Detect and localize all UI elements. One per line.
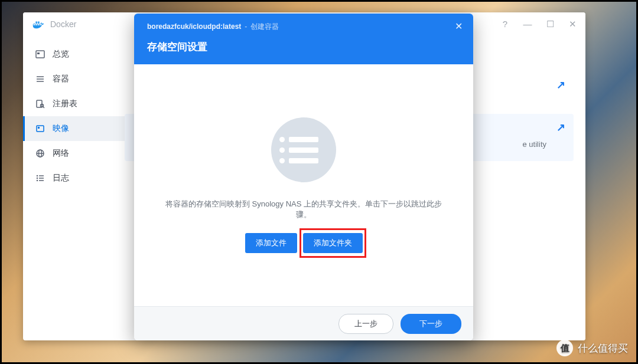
crumb-sep: - xyxy=(245,22,247,31)
modal-header: boredazfcuk/icloudpd:latest - 创建容器 存储空间设… xyxy=(134,14,473,64)
crumb-action: 创建容器 xyxy=(250,22,279,32)
modal-footer: 上一步 下一步 xyxy=(134,306,473,340)
watermark-text: 什么值得买 xyxy=(578,342,628,355)
create-container-modal: boredazfcuk/icloudpd:latest - 创建容器 存储空间设… xyxy=(134,14,473,340)
next-step-button[interactable]: 下一步 xyxy=(401,314,461,334)
smzdm-watermark: 值 什么值得买 xyxy=(556,340,628,356)
modal-close-button[interactable]: ✕ xyxy=(455,21,463,32)
empty-list-icon xyxy=(271,117,336,182)
prev-step-button[interactable]: 上一步 xyxy=(338,314,393,334)
desktop-background: Docker ? — ☐ ✕ 总览 容器 注 xyxy=(0,0,638,364)
modal-step-title: 存储空间设置 xyxy=(147,40,460,54)
add-folder-button[interactable]: 添加文件夹 xyxy=(303,233,363,253)
modal-body: 将容器的存储空间映射到 Synology NAS 上的共享文件夹。单击下一步以跳… xyxy=(134,64,473,306)
image-name: boredazfcuk/icloudpd:latest xyxy=(147,22,241,31)
modal-help-text: 将容器的存储空间映射到 Synology NAS 上的共享文件夹。单击下一步以跳… xyxy=(158,199,450,220)
modal-action-buttons: 添加文件 添加文件夹 xyxy=(245,233,363,253)
modal-breadcrumb: boredazfcuk/icloudpd:latest - 创建容器 xyxy=(147,22,460,32)
modal-overlay: boredazfcuk/icloudpd:latest - 创建容器 存储空间设… xyxy=(2,2,636,362)
add-file-button[interactable]: 添加文件 xyxy=(245,233,297,253)
watermark-badge-icon: 值 xyxy=(556,340,573,356)
